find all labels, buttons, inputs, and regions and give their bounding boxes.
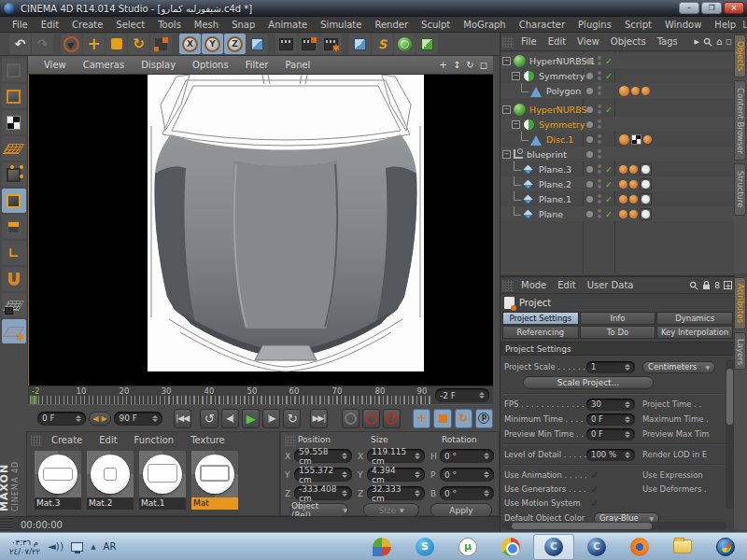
tab-project-settings[interactable]: Project Settings: [502, 312, 579, 325]
position-x-field[interactable]: 59.558 cm: [294, 449, 352, 463]
last-tool-button[interactable]: [150, 34, 172, 54]
om-menu-file[interactable]: File: [515, 36, 543, 47]
attr-menu-userdata[interactable]: User Data: [582, 280, 640, 290]
tab-structure[interactable]: Structure: [734, 163, 746, 216]
collapse-icon[interactable]: −: [512, 72, 520, 80]
render-dot[interactable]: [598, 62, 601, 65]
tab-todo[interactable]: To Do: [580, 326, 656, 339]
render-dot[interactable]: [598, 215, 601, 218]
editor-dot[interactable]: [598, 194, 601, 198]
menu-script[interactable]: Script: [618, 20, 658, 30]
attr-menu-edit[interactable]: Edit: [552, 280, 581, 290]
points-mode-button[interactable]: [2, 162, 26, 187]
undo-button[interactable]: ↶: [9, 34, 31, 54]
editor-dot[interactable]: [598, 164, 601, 168]
preview-min-time-field[interactable]: 0 F: [586, 428, 635, 441]
language-indicator[interactable]: AR: [104, 541, 117, 552]
tree-row-disc-selected[interactable]: Disc.1: [500, 132, 735, 147]
menu-edit[interactable]: Edit: [35, 20, 65, 30]
close-button[interactable]: ×: [724, 2, 744, 14]
autokey-button[interactable]: [362, 409, 380, 428]
viewport-menu-filter[interactable]: Filter: [237, 60, 277, 70]
visibility-dot[interactable]: [586, 58, 593, 64]
visibility-dot[interactable]: [586, 136, 593, 143]
taskbar-skype[interactable]: S: [404, 534, 445, 560]
material-item[interactable]: Mat.2: [85, 451, 135, 510]
material-thumbnail[interactable]: [191, 451, 238, 497]
enabled-check[interactable]: ✓: [605, 105, 613, 115]
render-dot[interactable]: [598, 140, 601, 144]
visibility-dot[interactable]: [586, 151, 593, 158]
texture-tag-icon[interactable]: [643, 135, 652, 144]
texture-tag-icon[interactable]: [629, 165, 638, 174]
tree-row-plane[interactable]: Plane ✓: [500, 206, 735, 221]
material-tag-icon[interactable]: [640, 163, 652, 175]
spinner-icon[interactable]: [72, 415, 81, 422]
goto-start-button[interactable]: |◀◀: [174, 409, 191, 428]
render-dot[interactable]: [598, 170, 601, 174]
rotation-b-field[interactable]: 0 °: [440, 486, 494, 500]
snap-button[interactable]: [2, 267, 26, 291]
project-scale-unit-dropdown[interactable]: Centimeters▼: [642, 361, 715, 373]
tree-row-symmetry-selected[interactable]: − Symmetry: [500, 117, 735, 132]
axis-mode-button[interactable]: ∟: [2, 241, 26, 265]
hypernurbs-button[interactable]: [394, 34, 416, 54]
visibility-dot[interactable]: [586, 196, 593, 203]
tab-content-browser[interactable]: Content Browser: [734, 80, 746, 161]
fps-field[interactable]: 30: [586, 399, 635, 411]
tree-row-plane3[interactable]: Plane.3 ✓: [500, 161, 735, 176]
render-view-button[interactable]: [275, 34, 297, 54]
editor-dot[interactable]: [598, 105, 601, 108]
use-animation-checkbox[interactable]: ✓: [586, 469, 635, 482]
polygons-mode-button[interactable]: [2, 215, 26, 239]
texture-tag-icon[interactable]: [619, 195, 627, 203]
make-editable-button[interactable]: [2, 58, 26, 82]
minimum-time-field[interactable]: 0 F: [586, 413, 635, 426]
tab-dynamics[interactable]: Dynamics: [656, 312, 733, 325]
tab-info[interactable]: Info: [580, 312, 656, 325]
record-button[interactable]: [342, 409, 359, 428]
move-tool-button[interactable]: +: [83, 34, 105, 54]
rotation-h-field[interactable]: 0 °: [440, 449, 494, 463]
tab-referencing[interactable]: Referencing: [502, 326, 579, 339]
apply-button[interactable]: Apply: [430, 503, 492, 517]
network-icon[interactable]: [71, 542, 83, 552]
add-cube-button[interactable]: [349, 34, 371, 54]
render-settings-button[interactable]: [320, 34, 342, 54]
use-motion-system-checkbox[interactable]: ✓: [586, 497, 635, 510]
collapse-icon[interactable]: −: [502, 105, 511, 114]
key-rotation-button[interactable]: ↻: [455, 409, 472, 428]
play-backwards-button[interactable]: ↺: [200, 409, 218, 428]
visibility-dot[interactable]: [586, 166, 593, 173]
keyframe-selection-button[interactable]: ?: [383, 409, 401, 428]
key-step-buttons[interactable]: ◀▶: [89, 412, 112, 426]
path-icon[interactable]: ◻: [726, 37, 732, 46]
workplane-mode-button[interactable]: [2, 136, 26, 161]
material-thumbnail[interactable]: [139, 451, 186, 497]
editor-dot[interactable]: [598, 86, 601, 90]
level-of-detail-field[interactable]: 100 %: [586, 449, 635, 461]
editor-dot[interactable]: [598, 209, 601, 213]
taskbar-utorrent[interactable]: µ: [447, 534, 488, 560]
menu-render[interactable]: Render: [368, 20, 415, 30]
size-y-field[interactable]: 4.394 cm: [367, 468, 425, 482]
viewport-menu-display[interactable]: Display: [133, 60, 184, 70]
taskbar-paint[interactable]: [361, 534, 402, 560]
enabled-check[interactable]: ✓: [605, 194, 613, 204]
visibility-dot[interactable]: [586, 88, 593, 94]
timeline-ruler[interactable]: -2 10 20 30 40 50 60 70 80 90 -2 F: [28, 385, 493, 404]
play-button[interactable]: ▶: [242, 409, 260, 428]
position-z-field[interactable]: -333.408 cm: [294, 486, 352, 500]
menu-select[interactable]: Select: [109, 20, 151, 30]
panel-grip[interactable]: [31, 435, 42, 446]
tree-row-plane1[interactable]: Plane.1 ✓: [500, 191, 735, 206]
om-menu-edit[interactable]: Edit: [543, 36, 571, 47]
attributes-vertical-scrollbar[interactable]: [726, 359, 734, 509]
texture-tag-icon[interactable]: [629, 210, 638, 218]
use-generators-checkbox[interactable]: ✓: [586, 483, 635, 496]
loop-button[interactable]: ↻: [283, 409, 301, 428]
material-thumbnail[interactable]: [87, 451, 134, 497]
pan-view-icon[interactable]: +: [440, 60, 447, 70]
render-dot[interactable]: [598, 200, 601, 203]
tab-objects[interactable]: Objects: [734, 35, 746, 77]
